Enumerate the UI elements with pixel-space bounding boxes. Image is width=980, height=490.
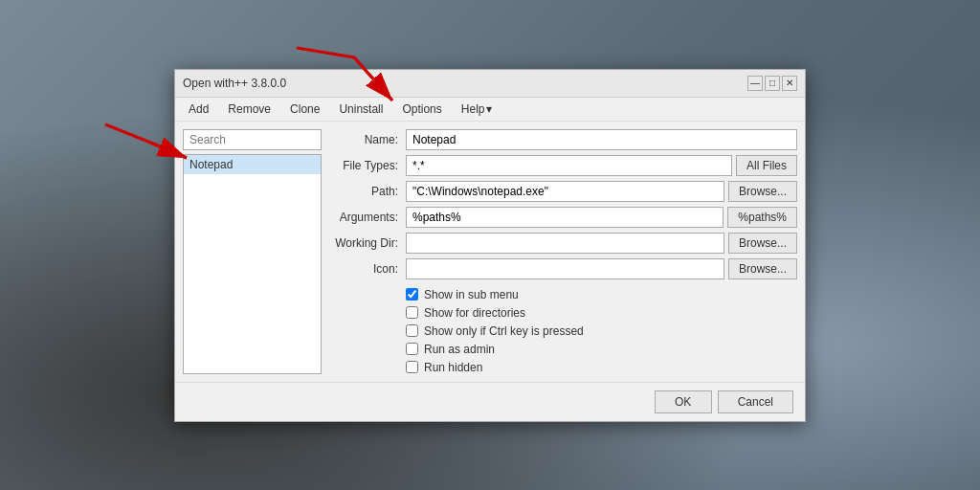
- main-dialog: Open with++ 3.8.0.0 — □ ✕ Add Remove Clo…: [174, 69, 806, 422]
- menu-remove[interactable]: Remove: [218, 100, 280, 119]
- checkbox-sub-menu-label: Show in sub menu: [424, 288, 519, 301]
- checkbox-ctrl-key[interactable]: Show only if Ctrl key is pressed: [406, 324, 797, 338]
- menu-add[interactable]: Add: [179, 100, 218, 119]
- checkbox-run-hidden-input[interactable]: [406, 361, 418, 373]
- app-list: Notepad: [183, 154, 322, 374]
- title-buttons: — □ ✕: [747, 76, 797, 91]
- cancel-button[interactable]: Cancel: [718, 390, 793, 413]
- menu-clone[interactable]: Clone: [280, 100, 329, 119]
- list-item[interactable]: Notepad: [184, 155, 321, 174]
- checkbox-run-hidden[interactable]: Run hidden: [406, 361, 797, 374]
- arguments-input[interactable]: [406, 207, 724, 228]
- content-area: Notepad Name: File Types: All Files Path…: [175, 122, 805, 382]
- checkbox-run-hidden-label: Run hidden: [424, 361, 482, 374]
- checkbox-ctrl-key-input[interactable]: [406, 324, 418, 337]
- name-input[interactable]: [406, 129, 797, 150]
- checkboxes-group: Show in sub menu Show for directories Sh…: [406, 288, 797, 374]
- path-browse-button[interactable]: Browse...: [728, 181, 797, 202]
- dialog-footer: OK Cancel: [175, 382, 805, 421]
- working-dir-browse-button[interactable]: Browse...: [728, 233, 797, 254]
- path-input[interactable]: [406, 181, 724, 202]
- file-types-input[interactable]: [406, 155, 732, 176]
- checkbox-sub-menu-input[interactable]: [406, 288, 418, 301]
- title-bar: Open with++ 3.8.0.0 — □ ✕: [175, 70, 805, 98]
- checkbox-run-admin-input[interactable]: [406, 343, 418, 355]
- menu-bar: Add Remove Clone Uninstall Options Help …: [175, 98, 805, 122]
- minimize-button[interactable]: —: [747, 76, 763, 91]
- right-panel: Name: File Types: All Files Path: Browse…: [329, 129, 797, 374]
- checkbox-directories-input[interactable]: [406, 306, 418, 319]
- name-label: Name:: [329, 133, 406, 146]
- icon-label: Icon:: [329, 262, 406, 276]
- checkbox-ctrl-key-label: Show only if Ctrl key is pressed: [424, 324, 584, 338]
- menu-uninstall[interactable]: Uninstall: [329, 100, 392, 119]
- left-panel: Notepad: [183, 129, 322, 374]
- icon-input[interactable]: [406, 258, 724, 279]
- chevron-icon: ▾: [486, 102, 492, 116]
- checkbox-run-admin-label: Run as admin: [424, 343, 495, 356]
- file-types-row: File Types: All Files: [329, 155, 797, 176]
- name-row: Name:: [329, 129, 797, 150]
- path-label: Path:: [329, 185, 406, 198]
- checkbox-run-admin[interactable]: Run as admin: [406, 343, 797, 356]
- menu-help[interactable]: Help ▾: [452, 100, 502, 119]
- ok-button[interactable]: OK: [655, 390, 712, 413]
- working-dir-input[interactable]: [406, 233, 724, 254]
- working-dir-label: Working Dir:: [329, 236, 406, 250]
- arguments-label: Arguments:: [329, 211, 406, 224]
- icon-row: Icon: Browse...: [329, 258, 797, 279]
- title-bar-left: Open with++ 3.8.0.0: [183, 77, 286, 90]
- dialog-title: Open with++ 3.8.0.0: [183, 77, 286, 90]
- search-input[interactable]: [183, 129, 322, 150]
- file-types-label: File Types:: [329, 159, 406, 172]
- path-row: Path: Browse...: [329, 181, 797, 202]
- menu-options[interactable]: Options: [392, 100, 451, 119]
- all-files-button[interactable]: All Files: [736, 155, 797, 176]
- checkbox-directories-label: Show for directories: [424, 306, 525, 320]
- checkbox-sub-menu[interactable]: Show in sub menu: [406, 288, 797, 301]
- close-button[interactable]: ✕: [782, 76, 797, 91]
- arguments-row: Arguments: %paths%: [329, 207, 797, 228]
- working-dir-row: Working Dir: Browse...: [329, 233, 797, 254]
- icon-browse-button[interactable]: Browse...: [728, 258, 797, 279]
- checkbox-directories[interactable]: Show for directories: [406, 306, 797, 320]
- paths-button[interactable]: %paths%: [727, 207, 797, 228]
- maximize-button[interactable]: □: [765, 76, 780, 91]
